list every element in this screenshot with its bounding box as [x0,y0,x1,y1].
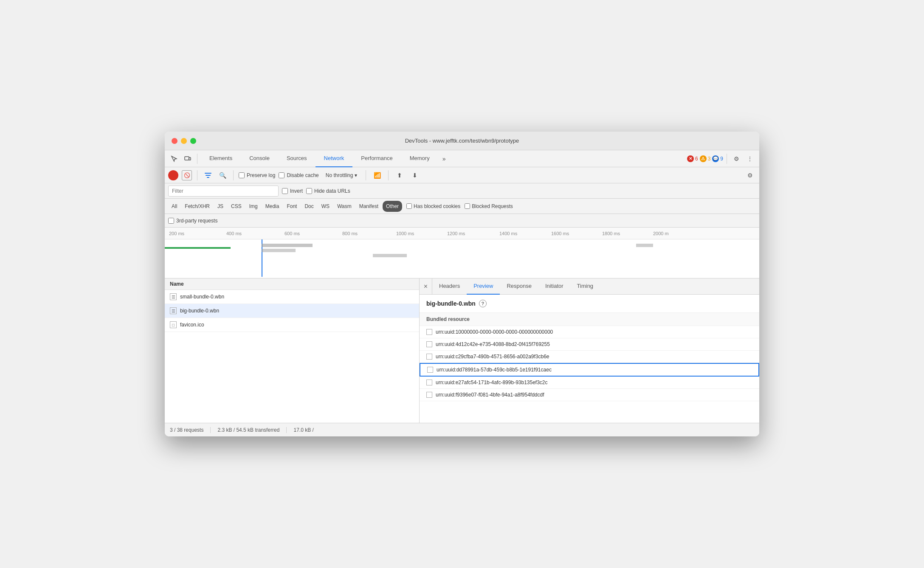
svg-rect-1 [189,157,191,160]
resource-checkbox-5[interactable] [426,392,432,398]
tab-initiator[interactable]: Initiator [538,278,570,295]
record-button[interactable] [168,170,178,180]
type-btn-font[interactable]: Font [283,201,300,212]
file-item-big-bundle[interactable]: ☰ big-bundle-0.wbn [165,304,419,318]
resource-item-0[interactable]: urn:uuid:10000000-0000-0000-0000-0000000… [420,326,759,338]
file-item-favicon[interactable]: □ favicon.ico [165,318,419,332]
tab-timing[interactable]: Timing [570,278,600,295]
timeline-ruler: 200 ms 400 ms 600 ms 800 ms 1000 ms 1200… [165,228,759,239]
tab-performance[interactable]: Performance [352,150,401,167]
resource-checkbox-1[interactable] [426,341,432,347]
type-btn-js[interactable]: JS [214,201,227,212]
message-badge[interactable]: 💬 9 [712,155,723,162]
timeline-container[interactable]: 200 ms 400 ms 600 ms 800 ms 1000 ms 1200… [165,228,759,278]
requests-status: 3 / 38 requests [170,427,211,433]
req-bar-2 [262,249,296,252]
resource-item-5[interactable]: urn:uuid:f9396e07-f081-4bfe-94a1-a8f954f… [420,389,759,401]
detail-section-header: Bundled resource [420,313,759,326]
clear-button[interactable]: 🚫 [182,170,192,180]
network-conditions-button[interactable]: 📶 [371,169,383,181]
tab-response[interactable]: Response [500,278,538,295]
warning-badge[interactable]: ⚠ 3 [700,155,711,162]
inspect-element-button[interactable] [168,153,180,165]
net-toolbar-divider-2 [233,170,234,180]
network-toolbar: 🚫 🔍 Preserve log Disable cache No thrott… [165,167,759,183]
export-har-button[interactable]: ⬇ [409,169,421,181]
tab-headers[interactable]: Headers [432,278,467,295]
status-bar: 3 / 38 requests 2.3 kB / 54.5 kB transfe… [165,423,759,436]
tick-8: 1800 ms [602,231,620,236]
size-status: 17.0 kB / [293,427,313,433]
resource-checkbox-3[interactable] [427,367,433,373]
network-settings-button[interactable]: ⚙ [744,169,756,181]
detail-tab-bar: × Headers Preview Response Initiator Tim… [420,278,759,295]
svg-rect-0 [185,157,189,160]
error-badge[interactable]: ✕ 6 [687,155,698,162]
resource-checkbox-4[interactable] [426,380,432,385]
tick-7: 1600 ms [551,231,569,236]
type-btn-all[interactable]: All [168,201,180,212]
file-icon-3: □ [170,321,177,328]
type-btn-other[interactable]: Other [383,201,402,212]
file-item-small-bundle[interactable]: ☰ small-bundle-0.wbn [165,290,419,304]
tick-9: 2000 m [653,231,669,236]
type-btn-ws[interactable]: WS [318,201,333,212]
throttle-dropdown[interactable]: No throttling ▾ [322,171,361,180]
tick-6: 1400 ms [499,231,517,236]
tick-0: 200 ms [169,231,184,236]
resource-checkbox-2[interactable] [426,354,432,360]
more-tabs-button[interactable]: » [438,153,450,165]
resource-item-2[interactable]: urn:uuid:c29cfba7-490b-4571-8656-a002a9f… [420,351,759,363]
type-btn-media[interactable]: Media [262,201,283,212]
tab-preview[interactable]: Preview [467,278,500,295]
tab-memory[interactable]: Memory [401,150,438,167]
error-icon: ✕ [687,155,694,162]
resource-checkbox-0[interactable] [426,329,432,335]
req-bar-1 [262,244,313,247]
file-icon-1: ☰ [170,293,177,300]
tab-console[interactable]: Console [241,150,278,167]
resource-item-3[interactable]: urn:uuid:dd78991a-57db-459c-b8b5-1e191f9… [420,363,759,377]
window-title: DevTools - www.jefftk.com/test/wbn9/prot… [405,138,519,144]
resource-item-4[interactable]: urn:uuid:e27afc54-171b-4afc-899b-93b135e… [420,377,759,389]
settings-button[interactable]: ⚙ [730,153,742,165]
disable-cache-checkbox[interactable]: Disable cache [279,172,318,178]
third-party-checkbox[interactable]: 3rd-party requests [168,218,217,224]
tab-network[interactable]: Network [316,150,353,167]
close-button[interactable] [172,138,177,144]
close-detail-button[interactable]: × [420,278,432,295]
filter-button[interactable] [203,170,214,181]
help-icon[interactable]: ? [479,300,487,307]
has-blocked-cookies-checkbox[interactable]: Has blocked cookies [406,203,460,209]
device-toolbar-button[interactable] [182,153,194,165]
type-btn-fetch-xhr[interactable]: Fetch/XHR [181,201,213,212]
type-btn-img[interactable]: Img [246,201,261,212]
file-list: Name ☰ small-bundle-0.wbn ☰ big-bundle-0… [165,278,420,423]
type-btn-manifest[interactable]: Manifest [356,201,382,212]
chevron-down-icon: ▾ [355,172,357,178]
type-btn-doc[interactable]: Doc [301,201,317,212]
resource-item-1[interactable]: urn:uuid:4d12c42e-e735-4088-8bd2-0f415f7… [420,338,759,351]
search-button[interactable]: 🔍 [217,170,228,181]
more-options-button[interactable]: ⋮ [744,153,756,165]
import-har-button[interactable]: ⬆ [394,169,406,181]
type-btn-css[interactable]: CSS [228,201,245,212]
detail-title: big-bundle-0.wbn ? [420,295,759,313]
filter-bar: Invert Hide data URLs [165,183,759,199]
file-icon-2: ☰ [170,307,177,314]
preserve-log-checkbox[interactable]: Preserve log [239,172,275,178]
blocked-requests-checkbox[interactable]: Blocked Requests [465,203,513,209]
tab-elements[interactable]: Elements [201,150,241,167]
type-btn-wasm[interactable]: Wasm [334,201,355,212]
net-toolbar-divider-4 [388,170,389,180]
hide-data-urls-checkbox[interactable]: Hide data URLs [306,188,350,194]
tab-sources[interactable]: Sources [278,150,316,167]
req-bar-4 [636,244,653,247]
tick-1: 400 ms [226,231,242,236]
minimize-button[interactable] [181,138,187,144]
filter-input[interactable] [168,186,279,197]
maximize-button[interactable] [190,138,196,144]
invert-checkbox[interactable]: Invert [282,188,303,194]
detail-content: big-bundle-0.wbn ? Bundled resource urn:… [420,295,759,423]
tick-4: 1000 ms [396,231,414,236]
